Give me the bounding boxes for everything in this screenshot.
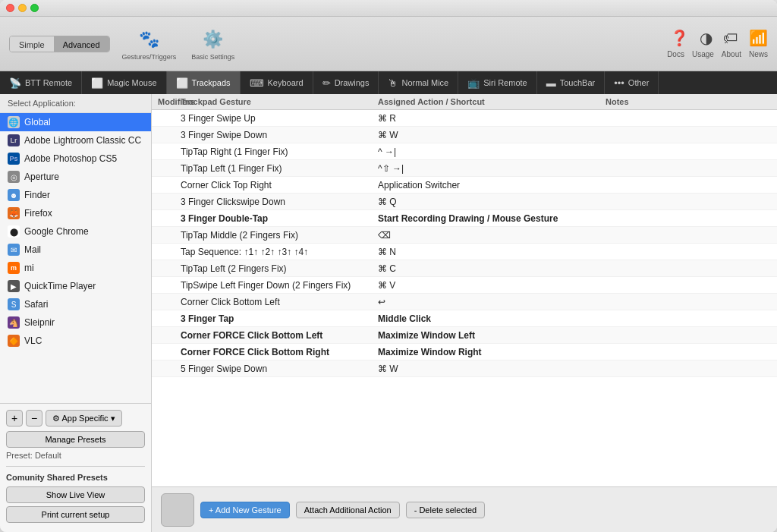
header-action: Assigned Action / Shortcut <box>378 97 606 106</box>
table-row[interactable]: TipTap Middle (2 Fingers Fix)⌫ <box>152 227 777 244</box>
gesture-name-cell: Corner Click Bottom Left <box>181 297 378 307</box>
table-row[interactable]: 3 Finger TapMiddle Click <box>152 310 777 327</box>
sidebar-item-quicktime[interactable]: ▶ QuickTime Player <box>0 277 151 295</box>
table-row[interactable]: Tap Sequence: ↑1↑ ↑2↑ ↑3↑ ↑4↑⌘ N <box>152 244 777 260</box>
gesture-name-cell: 5 Finger Swipe Down <box>181 364 378 374</box>
header-modifiers: Modifiers <box>158 97 181 106</box>
gesture-name-cell: TipTap Right (1 Finger Fix) <box>181 146 378 157</box>
table-row[interactable]: Corner Click Bottom Left↩ <box>152 294 777 310</box>
attach-action-button[interactable]: Attach Additional Action <box>296 502 400 518</box>
tab-touchbar[interactable]: ▬ TouchBar <box>537 71 605 94</box>
sleipnir-icon: 🐴 <box>8 316 20 329</box>
sidebar-item-mail[interactable]: ✉ Mail <box>0 241 151 259</box>
tag-icon[interactable]: 🏷 <box>723 30 738 47</box>
gesture-name-cell: Corner FORCE Click Bottom Left <box>181 330 378 341</box>
gesture-name-cell: TipSwipe Left Finger Down (2 Fingers Fix… <box>181 280 378 291</box>
gesture-name-cell: Corner FORCE Click Bottom Right <box>181 347 378 357</box>
docs-label[interactable]: Docs <box>667 50 684 58</box>
news-label[interactable]: News <box>749 50 768 58</box>
app-specific-button[interactable]: ⚙ App Specific ▾ <box>46 410 122 427</box>
gesture-preview <box>161 493 194 527</box>
sidebar-item-safari-label: Safari <box>24 299 48 310</box>
wifi-icon[interactable]: 📶 <box>749 29 768 47</box>
tab-btt-remote[interactable]: 📡 BTT Remote <box>0 71 82 94</box>
tab-keyboard[interactable]: ⌨ Keyboard <box>241 71 313 94</box>
sidebar-item-chrome[interactable]: ⬤ Google Chrome <box>0 222 151 241</box>
sidebar-item-photoshop-label: Adobe Photoshop CS5 <box>24 153 117 164</box>
sidebar-item-quicktime-label: QuickTime Player <box>24 281 96 291</box>
table-row[interactable]: 3 Finger Double-TapStart Recording Drawi… <box>152 210 777 227</box>
gesture-action-cell: Maximize Window Right <box>378 347 606 357</box>
tab-normal-mice[interactable]: 🖱 Normal Mice <box>379 71 458 94</box>
sidebar-item-lightroom[interactable]: Lr Adobe Lightroom Classic CC <box>0 131 151 150</box>
maximize-button[interactable] <box>30 4 39 12</box>
gesture-name-cell: 3 Finger Swipe Down <box>181 130 378 140</box>
close-button[interactable] <box>6 4 14 12</box>
table-row[interactable]: Corner Click Top RightApplication Switch… <box>152 177 777 194</box>
table-row[interactable]: 3 Finger Swipe Down⌘ W <box>152 127 777 143</box>
sidebar-item-global[interactable]: 🌐 Global <box>0 113 151 131</box>
toolbar-right: ❓ ◑ 🏷 📶 Docs Usage About News <box>667 29 768 58</box>
table-row[interactable]: 5 Finger Swipe Down⌘ W <box>152 360 777 377</box>
usage-label[interactable]: Usage <box>692 50 714 58</box>
sidebar-item-firefox-label: Firefox <box>24 208 52 219</box>
sidebar-item-finder[interactable]: ☻ Finder <box>0 186 151 204</box>
sidebar-item-firefox[interactable]: 🦊 Firefox <box>0 204 151 222</box>
gesture-action-cell: Application Switcher <box>378 180 606 190</box>
tab-magic-mouse[interactable]: ⬜ Magic Mouse <box>82 71 166 94</box>
sidebar-item-photoshop[interactable]: Ps Adobe Photoshop CS5 <box>0 150 151 168</box>
btt-remote-icon: 📡 <box>9 77 21 89</box>
table-row[interactable]: Corner FORCE Click Bottom RightMaximize … <box>152 344 777 360</box>
sidebar-item-aperture[interactable]: ◎ Aperture <box>0 168 151 186</box>
basic-settings-label: Basic Settings <box>191 53 234 61</box>
sidebar-item-safari[interactable]: S Safari <box>0 295 151 313</box>
global-icon: 🌐 <box>8 116 20 128</box>
tab-other[interactable]: ••• Other <box>605 71 659 94</box>
gesture-name-cell: Tap Sequence: ↑1↑ ↑2↑ ↑3↑ ↑4↑ <box>181 247 378 257</box>
mode-switcher: Simple Advanced <box>9 36 110 52</box>
gestures-triggers-tool[interactable]: 🐾 Gestures/Triggers <box>122 27 177 61</box>
table-row[interactable]: Corner FORCE Click Bottom LeftMaximize W… <box>152 327 777 344</box>
sidebar-item-mi[interactable]: m mi <box>0 259 151 277</box>
table-row[interactable]: TipSwipe Left Finger Down (2 Fingers Fix… <box>152 277 777 294</box>
usage-icon[interactable]: ◑ <box>700 29 713 47</box>
add-app-button[interactable]: + <box>6 410 23 427</box>
add-new-gesture-button[interactable]: + Add New Gesture <box>200 502 290 518</box>
simple-button[interactable]: Simple <box>10 36 54 52</box>
tab-drawings-label: Drawings <box>335 78 370 87</box>
table-row[interactable]: TipTap Left (1 Finger Fix)^⇧ →| <box>152 160 777 177</box>
remove-app-button[interactable]: − <box>26 410 42 427</box>
sidebar-bottom-buttons: + − ⚙ App Specific ▾ <box>6 410 145 427</box>
gesture-name-cell: 3 Finger Clickswipe Down <box>181 197 378 207</box>
help-icon[interactable]: ❓ <box>670 29 689 47</box>
table-row[interactable]: 3 Finger Swipe Up⌘ R <box>152 110 777 127</box>
sidebar-item-sleipnir-label: Sleipnir <box>24 317 55 328</box>
trackpad-icon: ⬜ <box>176 77 188 89</box>
sidebar-item-mi-label: mi <box>24 263 34 273</box>
table-row[interactable]: TipTap Left (2 Fingers Fix)⌘ C <box>152 260 777 277</box>
gesture-action-cell: ^⇧ →| <box>378 163 606 174</box>
delete-selected-button[interactable]: - Delete selected <box>406 502 486 518</box>
advanced-button[interactable]: Advanced <box>54 36 109 52</box>
basic-settings-tool[interactable]: ⚙️ Basic Settings <box>191 27 234 61</box>
sidebar-list: 🌐 Global Lr Adobe Lightroom Classic CC P… <box>0 113 151 403</box>
show-live-view-button[interactable]: Show Live View <box>6 486 145 503</box>
gesture-action-cell: ⌘ R <box>378 113 606 124</box>
header-gesture: Trackpad Gesture <box>181 97 378 106</box>
tab-trackpads-label: Trackpads <box>192 78 231 87</box>
gesture-name-cell: TipTap Left (1 Finger Fix) <box>181 163 378 174</box>
print-setup-button[interactable]: Print current setup <box>6 506 145 523</box>
sidebar-item-vlc[interactable]: 🔶 VLC <box>0 332 151 350</box>
manage-presets-button[interactable]: Manage Presets <box>6 431 145 448</box>
table-row[interactable]: 3 Finger Clickswipe Down⌘ Q <box>152 194 777 210</box>
sidebar-item-global-label: Global <box>24 117 51 127</box>
tab-drawings[interactable]: ✏ Drawings <box>313 71 379 94</box>
tab-trackpads[interactable]: ⬜ Trackpads <box>167 71 241 94</box>
about-label[interactable]: About <box>722 50 741 58</box>
tab-siri-remote[interactable]: 📺 Siri Remote <box>458 71 536 94</box>
gesture-footer: + Add New Gesture Attach Additional Acti… <box>152 486 777 532</box>
aperture-icon: ◎ <box>8 171 20 183</box>
table-row[interactable]: TipTap Right (1 Finger Fix)^ →| <box>152 143 777 160</box>
sidebar-item-sleipnir[interactable]: 🐴 Sleipnir <box>0 313 151 332</box>
minimize-button[interactable] <box>18 4 27 12</box>
